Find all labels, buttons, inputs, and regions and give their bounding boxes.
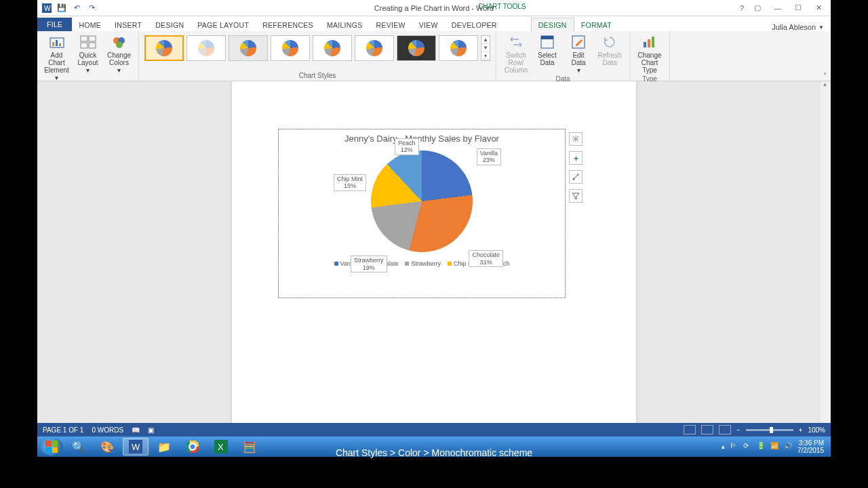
- chart-object[interactable]: Jenny's Dairy - Monthly Sales by Flavor …: [278, 129, 566, 298]
- close-icon[interactable]: ✕: [812, 3, 825, 12]
- tab-design[interactable]: DESIGN: [149, 18, 191, 31]
- select-data-button[interactable]: Select Data: [532, 33, 563, 75]
- ribbon: Add Chart Element▾ Quick Layout▾ Change …: [37, 31, 831, 81]
- change-chart-type-button[interactable]: Change Chart Type: [634, 33, 665, 75]
- svg-rect-9: [89, 43, 96, 48]
- svg-rect-5: [59, 43, 61, 46]
- tab-file[interactable]: FILE: [37, 18, 72, 31]
- zoom-slider[interactable]: [746, 429, 793, 431]
- zoom-level[interactable]: 100%: [808, 426, 825, 434]
- chart-style-3[interactable]: [229, 35, 268, 61]
- chart-style-7[interactable]: [397, 35, 436, 61]
- edit-data-button[interactable]: Edit Data▾: [563, 33, 594, 75]
- layout-options-button[interactable]: [569, 132, 583, 146]
- document-area[interactable]: Jenny's Dairy - Monthly Sales by Flavor …: [37, 81, 831, 427]
- word-app-icon: W: [41, 3, 52, 14]
- chart-style-1[interactable]: [144, 35, 184, 61]
- save-icon[interactable]: 💾: [56, 3, 67, 14]
- chart-elements-button[interactable]: ＋: [569, 151, 583, 165]
- tab-view[interactable]: VIEW: [412, 18, 445, 31]
- svg-rect-4: [56, 40, 58, 46]
- view-read-mode[interactable]: [684, 425, 696, 434]
- tab-chart-format[interactable]: FORMAT: [574, 18, 618, 31]
- tab-developer[interactable]: DEVELOPER: [445, 18, 504, 31]
- chart-legend[interactable]: Vanilla Chocolate Strawberry Chip Mint P…: [279, 260, 565, 267]
- change-colors-button[interactable]: Change Colors▾: [104, 33, 135, 83]
- tab-mailings[interactable]: MAILINGS: [320, 18, 370, 31]
- chart-style-4[interactable]: [271, 35, 310, 61]
- svg-rect-16: [644, 42, 646, 47]
- tab-home[interactable]: HOME: [72, 18, 108, 31]
- tab-chart-design[interactable]: DESIGN: [531, 18, 574, 31]
- status-macros-icon[interactable]: ▣: [148, 426, 154, 434]
- chart-style-6[interactable]: [355, 35, 394, 61]
- chart-filters-button[interactable]: [569, 189, 583, 203]
- data-label-vanilla[interactable]: Vanilla23%: [477, 148, 501, 165]
- tab-references[interactable]: REFERENCES: [256, 18, 320, 31]
- svg-rect-14: [541, 36, 553, 39]
- zoom-out-icon[interactable]: −: [736, 426, 741, 434]
- svg-rect-18: [652, 37, 654, 47]
- data-label-strawberry[interactable]: Strawberry19%: [351, 256, 387, 272]
- svg-point-12: [116, 41, 123, 48]
- account-user[interactable]: Julia Ableson: [772, 23, 816, 31]
- video-caption: Chart Styles > Color > Monochromatic sch…: [0, 445, 868, 461]
- page: Jenny's Dairy - Monthly Sales by Flavor …: [232, 81, 636, 427]
- chart-style-2[interactable]: [186, 35, 226, 61]
- tab-review[interactable]: REVIEW: [369, 18, 412, 31]
- redo-icon[interactable]: ↷: [86, 3, 97, 14]
- switch-row-column-button: Switch Row/ Column: [500, 33, 532, 75]
- zoom-in-icon[interactable]: +: [799, 426, 803, 434]
- svg-rect-7: [89, 36, 96, 41]
- data-label-chipmint[interactable]: Chip Mint15%: [334, 174, 366, 191]
- chart-style-8[interactable]: [439, 35, 478, 61]
- vertical-scrollbar[interactable]: [819, 81, 830, 427]
- svg-rect-17: [648, 39, 650, 47]
- chart-style-5[interactable]: [313, 35, 352, 61]
- collapse-ribbon-icon[interactable]: ˄: [823, 72, 827, 79]
- tab-page-layout[interactable]: PAGE LAYOUT: [191, 18, 256, 31]
- svg-point-19: [573, 178, 575, 180]
- chart-styles-button[interactable]: [569, 170, 583, 184]
- chart-tools-label: CHART TOOLS: [478, 3, 526, 10]
- minimize-icon[interactable]: —: [771, 4, 785, 12]
- status-page[interactable]: PAGE 1 OF 1: [43, 426, 83, 434]
- svg-rect-8: [81, 43, 87, 48]
- data-label-chocolate[interactable]: Chocolate31%: [469, 250, 503, 267]
- document-title: Creating a Pie Chart in Word - Word: [374, 4, 494, 12]
- tab-insert[interactable]: INSERT: [108, 18, 149, 31]
- chart-styles-gallery: ▲▼▾: [143, 33, 492, 64]
- status-words[interactable]: 0 WORDS: [92, 426, 123, 434]
- status-bar: PAGE 1 OF 1 0 WORDS 📖 ▣ − + 100%: [37, 423, 831, 436]
- status-proofing-icon[interactable]: 📖: [132, 426, 140, 434]
- refresh-data-button: Refresh Data: [594, 33, 625, 75]
- help-icon[interactable]: ?: [740, 4, 744, 12]
- view-print-layout[interactable]: [701, 425, 713, 434]
- add-chart-element-button[interactable]: Add Chart Element▾: [41, 33, 73, 83]
- undo-icon[interactable]: ↶: [71, 3, 82, 14]
- data-label-peach[interactable]: Peach12%: [395, 138, 419, 155]
- title-bar: W 💾 ↶ ↷ Creating a Pie Chart in Word - W…: [37, 0, 831, 16]
- svg-rect-6: [81, 36, 87, 41]
- svg-rect-3: [52, 42, 54, 46]
- group-label-styles: Chart Styles: [299, 72, 336, 81]
- ribbon-options-icon[interactable]: ▢: [751, 3, 764, 12]
- chart-title[interactable]: Jenny's Dairy - Monthly Sales by Flavor: [279, 129, 565, 144]
- quick-layout-button[interactable]: Quick Layout▾: [73, 33, 104, 83]
- view-web-layout[interactable]: [719, 425, 731, 434]
- chevron-down-icon[interactable]: ▼: [818, 24, 824, 30]
- maximize-icon[interactable]: ☐: [791, 3, 805, 12]
- gallery-scroll[interactable]: ▲▼▾: [481, 35, 490, 61]
- ribbon-tabs: FILE HOME INSERT DESIGN PAGE LAYOUT REFE…: [37, 16, 831, 31]
- svg-text:W: W: [44, 5, 51, 12]
